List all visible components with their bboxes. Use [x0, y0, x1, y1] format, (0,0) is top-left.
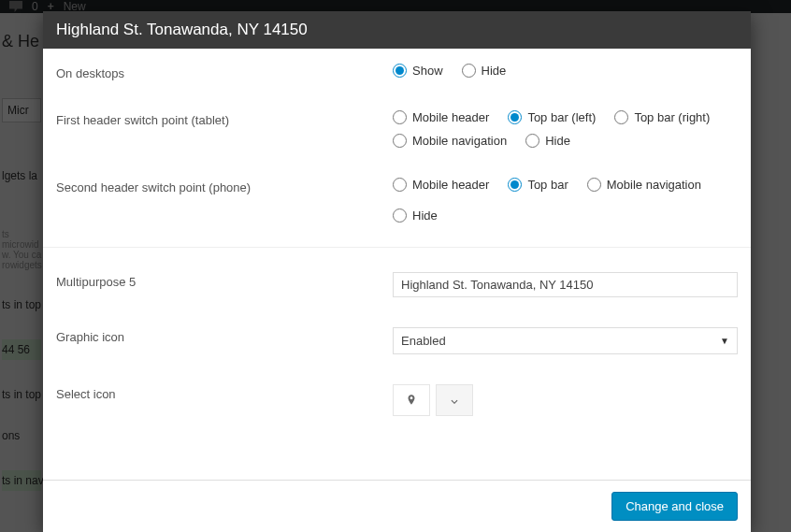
radio-tablet-hide[interactable]: Hide: [525, 134, 570, 148]
row-graphic-icon: Graphic icon Enabled ▼: [43, 312, 751, 369]
row-tablet: First header switch point (tablet) Mobil…: [43, 95, 751, 163]
radio-input[interactable]: [462, 64, 476, 78]
modal-body: On desktops Show Hide First header switc…: [43, 49, 751, 480]
divider: [43, 247, 751, 248]
radio-desktops-show[interactable]: Show: [393, 64, 443, 78]
radio-input[interactable]: [508, 110, 522, 124]
modal-title: Highland St. Tonawanda, NY 14150: [43, 11, 751, 49]
select-value: Enabled: [401, 334, 446, 348]
radio-phone-hide[interactable]: Hide: [393, 208, 438, 223]
radio-tablet-topbar-left[interactable]: Top bar (left): [508, 110, 596, 124]
icon-picker-down-button[interactable]: [436, 384, 473, 416]
label-multipurpose: Multipurpose 5: [56, 272, 393, 289]
label-desktops: On desktops: [56, 64, 393, 80]
radio-input[interactable]: [525, 134, 539, 148]
multipurpose-input[interactable]: [393, 272, 738, 297]
modal-footer: Change and close: [43, 480, 751, 532]
label-tablet: First header switch point (tablet): [56, 110, 393, 127]
radio-tablet-topbar-right[interactable]: Top bar (right): [614, 110, 710, 124]
map-pin-icon: [405, 394, 418, 407]
radio-tablet-mobile-header[interactable]: Mobile header: [393, 110, 489, 124]
graphic-icon-select[interactable]: Enabled ▼: [393, 327, 738, 354]
label-select-icon: Select icon: [56, 384, 393, 401]
radio-input[interactable]: [587, 178, 601, 192]
radio-desktops-hide[interactable]: Hide: [462, 64, 507, 78]
radio-tablet-mobile-nav[interactable]: Mobile navigation: [393, 134, 507, 148]
row-phone: Second header switch point (phone) Mobil…: [43, 163, 751, 237]
radio-input[interactable]: [393, 208, 407, 223]
radio-input[interactable]: [614, 110, 628, 124]
radio-phone-topbar[interactable]: Top bar: [508, 178, 568, 192]
radio-input[interactable]: [393, 178, 407, 192]
row-multipurpose: Multipurpose 5: [43, 257, 751, 312]
change-and-close-button[interactable]: Change and close: [611, 492, 738, 521]
arrow-down-icon: [448, 394, 461, 407]
label-phone: Second header switch point (phone): [56, 178, 393, 194]
radio-input[interactable]: [508, 178, 522, 192]
label-graphic-icon: Graphic icon: [56, 327, 393, 344]
radio-phone-mobile-header[interactable]: Mobile header: [393, 178, 489, 192]
chevron-down-icon: ▼: [720, 336, 729, 346]
radio-phone-mobile-nav[interactable]: Mobile navigation: [587, 178, 701, 192]
icon-picker-location-button[interactable]: [393, 384, 430, 416]
row-select-icon: Select icon: [43, 369, 751, 431]
radio-input[interactable]: [393, 110, 407, 124]
settings-modal: Highland St. Tonawanda, NY 14150 On desk…: [43, 11, 751, 532]
row-desktops: On desktops Show Hide: [43, 49, 751, 95]
radio-input[interactable]: [393, 64, 407, 78]
radio-input[interactable]: [393, 134, 407, 148]
